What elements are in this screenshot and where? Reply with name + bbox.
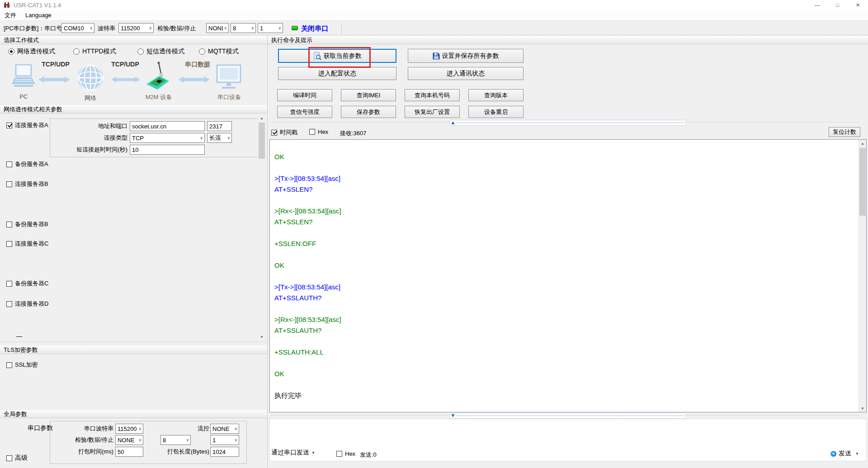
set-save-all-params-button[interactable]: 设置并保存所有参数: [408, 49, 524, 63]
pc-node-label: PC: [10, 93, 37, 100]
close-port-button[interactable]: 关闭串口: [301, 21, 328, 36]
maximize-icon[interactable]: □: [827, 0, 848, 10]
top-slider[interactable]: [449, 120, 686, 126]
checkbox-icon: [6, 222, 12, 227]
dropdown-arrow-icon: [149, 26, 152, 30]
send-button[interactable]: 发送: [830, 449, 859, 458]
serial-baud-value: 115200: [118, 425, 137, 432]
scroll-up-icon[interactable]: ▲: [859, 140, 866, 147]
send-input-area[interactable]: [269, 419, 867, 461]
button-compile-time[interactable]: 编译时间: [277, 89, 332, 101]
truncated-dash: —: [16, 333, 22, 340]
checkbox-send-hex[interactable]: Hex: [336, 450, 355, 457]
baud-value: 115200: [121, 25, 140, 32]
terminal-line: >[Rx<-][08:53:54][asc]: [274, 314, 866, 325]
conn-mode-select[interactable]: 长连: [207, 133, 232, 143]
checkbox-backup-server-c[interactable]: 备份服务器C: [6, 279, 48, 288]
minimize-icon[interactable]: —: [807, 0, 827, 10]
button-label: 查询版本: [484, 91, 508, 99]
global-params-header: 全局参数: [0, 409, 267, 418]
databits-select[interactable]: 8: [231, 23, 256, 33]
com-port-select[interactable]: COM10: [61, 23, 94, 33]
window-title: USR-CAT1 V1.1.4: [14, 2, 61, 9]
annotation-red-box: [308, 47, 371, 68]
button-query-signal[interactable]: 查信号强度: [277, 106, 332, 118]
net-params-header: 网络透传模式相关参数: [0, 104, 267, 113]
slider-thumb-down-icon[interactable]: [451, 414, 455, 417]
bottom-slider[interactable]: [449, 413, 686, 419]
enter-comm-state-button[interactable]: 进入通讯状态: [408, 67, 524, 80]
checkbox-connect-server-c[interactable]: 连接服务器C: [6, 240, 48, 248]
scrollbar-thumb[interactable]: [859, 148, 866, 216]
checkbox-backup-server-b[interactable]: 备份服务器B: [6, 220, 48, 228]
terminal-line: >[Rx<-][08:53:54][asc]: [274, 206, 866, 217]
menu-language[interactable]: Language: [21, 12, 56, 19]
terminal-scrollbar[interactable]: ▲ ▼: [859, 140, 866, 412]
terminal-area[interactable]: OK >[Tx->][08:53:54][asc]AT+SSLEN? >[Rx<…: [269, 139, 867, 412]
arrow-left-right-icon: [38, 76, 71, 84]
radio-net-transparent-mode[interactable]: 网络透传模式: [8, 47, 55, 56]
checkbox-timestamp[interactable]: 时间戳: [271, 128, 297, 137]
dropdown-arrow-icon: [234, 438, 237, 442]
serial-parity-select[interactable]: NONE: [115, 435, 143, 445]
sent-count-label: 发送:0: [360, 451, 377, 459]
button-device-restart[interactable]: 设备重启: [468, 106, 524, 118]
checkbox-connect-server-b[interactable]: 连接服务器B: [6, 180, 48, 188]
reset-count-button[interactable]: 复位计数: [829, 127, 860, 137]
enter-config-state-button[interactable]: 进入配置状态: [278, 67, 396, 80]
checkbox-label: 时间戳: [280, 128, 297, 137]
scrollbar-thumb[interactable]: [259, 123, 265, 159]
server-a-address-input[interactable]: socket.usr.cn: [130, 121, 205, 131]
scroll-down-icon[interactable]: ▼: [859, 405, 866, 412]
serial-databits-select[interactable]: 8: [160, 435, 191, 445]
slider-thumb-up-icon[interactable]: [451, 121, 455, 124]
conn-type-select[interactable]: TCP: [130, 133, 205, 143]
close-icon[interactable]: ✕: [848, 0, 868, 10]
serial-baud-select[interactable]: 115200: [115, 424, 143, 434]
databits-value: 8: [233, 25, 236, 32]
short-timeout-input[interactable]: 10: [130, 145, 205, 155]
checkbox-ssl-encrypt[interactable]: SSL加密: [6, 361, 38, 369]
checkbox-label: 备份服务器B: [15, 220, 48, 228]
checkbox-icon: [6, 181, 12, 187]
radio-sms-mode[interactable]: 短信透传模式: [137, 47, 184, 56]
radio-label: HTTPD模式: [82, 47, 116, 56]
server-a-port-input[interactable]: 2317: [207, 121, 232, 131]
button-label: 进入配置状态: [318, 70, 356, 78]
pack-len-input[interactable]: 1024: [210, 447, 239, 457]
floppy-save-icon: [433, 52, 440, 60]
flow-select[interactable]: NONE: [210, 424, 239, 434]
parity-select[interactable]: NONI: [206, 23, 229, 33]
checkbox-backup-server-a[interactable]: 备份服务器A: [6, 160, 48, 168]
port-open-indicator-icon: [292, 26, 298, 30]
terminal-line: AT+SSLEN?: [274, 184, 866, 195]
checkbox-connect-server-d[interactable]: 连接服务器D: [6, 300, 48, 308]
checkbox-icon: [271, 130, 277, 136]
button-save-params[interactable]: 保存参数: [341, 106, 396, 118]
left-panel-scrollbar[interactable]: ▲ ▼: [258, 114, 265, 340]
button-label: 恢复出厂设置: [415, 108, 450, 116]
button-factory-reset[interactable]: 恢复出厂设置: [405, 106, 460, 118]
terminal-line: AT+SSLAUTH?: [274, 293, 866, 303]
menu-file[interactable]: 文件: [0, 11, 21, 19]
radio-httpd-mode[interactable]: HTTPD模式: [73, 47, 116, 56]
scroll-down-icon[interactable]: ▼: [258, 333, 265, 340]
checkbox-label: Hex: [318, 128, 328, 135]
baud-select[interactable]: 115200: [118, 23, 154, 33]
checkbox-connect-server-a[interactable]: 连接服务器A: [6, 121, 48, 129]
checkbox-recv-hex[interactable]: Hex: [309, 128, 328, 135]
checkbox-icon: [6, 123, 12, 128]
send-via-serial-dropdown[interactable]: 通过串口发送: [271, 449, 315, 457]
dropdown-arrow-icon: [186, 438, 189, 442]
radio-label: 网络透传模式: [17, 47, 55, 56]
checkbox-icon: [309, 129, 315, 135]
button-query-imei[interactable]: 查询IMEI: [341, 89, 396, 101]
button-query-version[interactable]: 查询版本: [468, 89, 524, 101]
radio-mqtt-mode[interactable]: MQTT模式: [199, 47, 239, 56]
checkbox-advanced[interactable]: 高级: [6, 454, 28, 462]
stopbits-select[interactable]: 1: [258, 23, 283, 33]
serial-stopbits-select[interactable]: 1: [210, 435, 239, 445]
scroll-up-icon[interactable]: ▲: [258, 114, 265, 122]
pack-time-input[interactable]: 50: [115, 447, 143, 457]
button-query-local-number[interactable]: 查询本机号码: [405, 89, 460, 101]
